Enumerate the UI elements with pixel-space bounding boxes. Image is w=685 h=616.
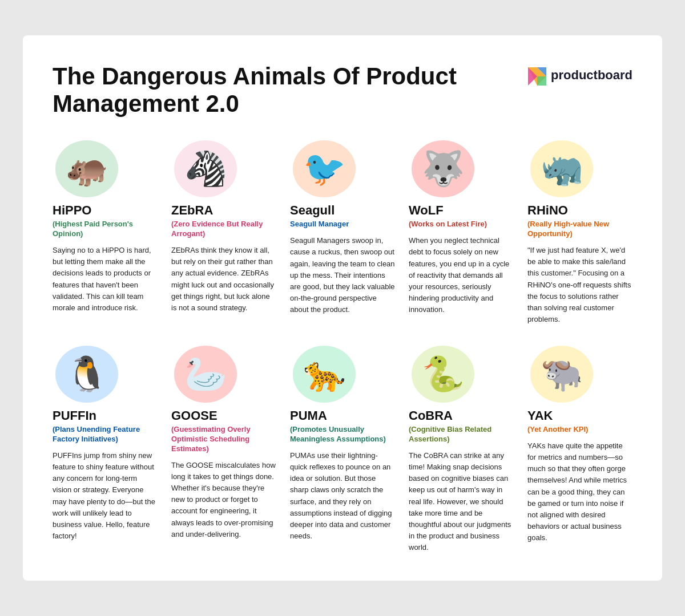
puma-icon: 🐆 <box>293 346 356 403</box>
wolf-icon-wrap: 🐺 <box>409 140 477 197</box>
animal-card-hippo: 🦛HiPPO(Highest Paid Person's Opinion)Say… <box>53 140 158 325</box>
goose-icon-wrap: 🦢 <box>171 346 240 403</box>
cobra-name: CoBRA <box>409 408 514 423</box>
wolf-subtitle: (Works on Latest Fire) <box>409 220 514 229</box>
hippo-icon: 🦛 <box>55 140 118 197</box>
animal-card-seagull: 🐦SeagullSeagull ManagerSeagull Managers … <box>290 140 395 325</box>
puffin-icon: 🐧 <box>55 346 118 403</box>
page-title: The Dangerous Animals Of Product Managem… <box>53 63 526 118</box>
animal-card-zebra: 🦓ZEbRA(Zero Evidence But Really Arrogant… <box>171 140 276 325</box>
svg-marker-3 <box>537 76 546 86</box>
goose-subtitle: (Guesstimating Overly Optimistic Schedul… <box>171 425 276 454</box>
puma-name: PUMA <box>290 408 395 423</box>
row1-grid: 🦛HiPPO(Highest Paid Person's Opinion)Say… <box>53 140 632 325</box>
zebra-desc: ZEbRAs think they know it all, but rely … <box>171 245 276 314</box>
seagull-subtitle: Seagull Manager <box>290 220 395 229</box>
cobra-icon-wrap: 🐍 <box>409 346 477 403</box>
cobra-icon: 🐍 <box>412 346 474 403</box>
seagull-name: Seagull <box>290 203 395 218</box>
rhino-icon: 🦏 <box>530 140 593 197</box>
wolf-name: WoLF <box>409 203 514 218</box>
animal-card-puma: 🐆PUMA(Promotes Unusually Meaningless Ass… <box>290 346 395 553</box>
rhino-subtitle: (Really High-value New Opportunity) <box>527 220 632 239</box>
animal-card-cobra: 🐍CoBRA(Cognitive Bias Related Assertions… <box>409 346 514 553</box>
zebra-name: ZEbRA <box>171 203 276 218</box>
logo-text: productboard <box>551 68 632 83</box>
puffin-icon-wrap: 🐧 <box>53 346 121 403</box>
puma-subtitle: (Promotes Unusually Meaningless Assumpti… <box>290 425 395 444</box>
hippo-desc: Saying no to a HiPPO is hard, but lettin… <box>53 245 158 314</box>
hippo-subtitle: (Highest Paid Person's Opinion) <box>53 220 158 239</box>
zebra-icon: 🦓 <box>174 140 237 197</box>
zebra-subtitle: (Zero Evidence But Really Arrogant) <box>171 220 276 239</box>
seagull-desc: Seagull Managers swoop in, cause a rucku… <box>290 235 395 315</box>
seagull-icon: 🐦 <box>293 140 356 197</box>
wolf-desc: When you neglect technical debt to focus… <box>409 235 514 315</box>
header: The Dangerous Animals Of Product Managem… <box>53 63 632 118</box>
logo: productboard <box>526 63 632 86</box>
row2-grid: 🐧PUFFIn(Plans Unending Feature Factory I… <box>53 346 632 553</box>
rhino-desc: "If we just had feature X, we'd be able … <box>527 245 632 325</box>
wolf-icon: 🐺 <box>412 140 474 197</box>
yak-name: YAK <box>527 408 632 423</box>
animal-card-puffin: 🐧PUFFIn(Plans Unending Feature Factory I… <box>53 346 158 553</box>
puma-desc: PUMAs use their lightning-quick reflexes… <box>290 450 395 542</box>
yak-icon: 🐃 <box>530 346 593 403</box>
productboard-logo-icon <box>526 65 546 86</box>
main-card: The Dangerous Animals Of Product Managem… <box>23 35 662 581</box>
puffin-desc: PUFFIns jump from shiny new feature to s… <box>53 450 158 542</box>
rhino-name: RHiNO <box>527 203 632 218</box>
puffin-subtitle: (Plans Unending Feature Factory Initiati… <box>53 425 158 444</box>
goose-desc: The GOOSE miscalculates how long it take… <box>171 460 276 540</box>
puma-icon-wrap: 🐆 <box>290 346 358 403</box>
yak-icon-wrap: 🐃 <box>527 346 596 403</box>
yak-desc: YAKs have quite the appetite for metrics… <box>527 440 632 544</box>
zebra-icon-wrap: 🦓 <box>171 140 240 197</box>
rhino-icon-wrap: 🦏 <box>527 140 596 197</box>
yak-subtitle: (Yet Another KPI) <box>527 425 632 435</box>
animal-card-rhino: 🦏RHiNO(Really High-value New Opportunity… <box>527 140 632 325</box>
seagull-icon-wrap: 🐦 <box>290 140 358 197</box>
goose-icon: 🦢 <box>174 346 237 403</box>
puffin-name: PUFFIn <box>53 408 158 423</box>
hippo-icon-wrap: 🦛 <box>53 140 121 197</box>
animal-card-wolf: 🐺WoLF(Works on Latest Fire)When you negl… <box>409 140 514 325</box>
cobra-desc: The CoBRA can strike at any time! Making… <box>409 450 514 553</box>
goose-name: GOOSE <box>171 408 276 423</box>
hippo-name: HiPPO <box>53 203 158 218</box>
animal-card-goose: 🦢GOOSE(Guesstimating Overly Optimistic S… <box>171 346 276 553</box>
cobra-subtitle: (Cognitive Bias Related Assertions) <box>409 425 514 444</box>
animal-card-yak: 🐃YAK(Yet Another KPI)YAKs have quite the… <box>527 346 632 553</box>
